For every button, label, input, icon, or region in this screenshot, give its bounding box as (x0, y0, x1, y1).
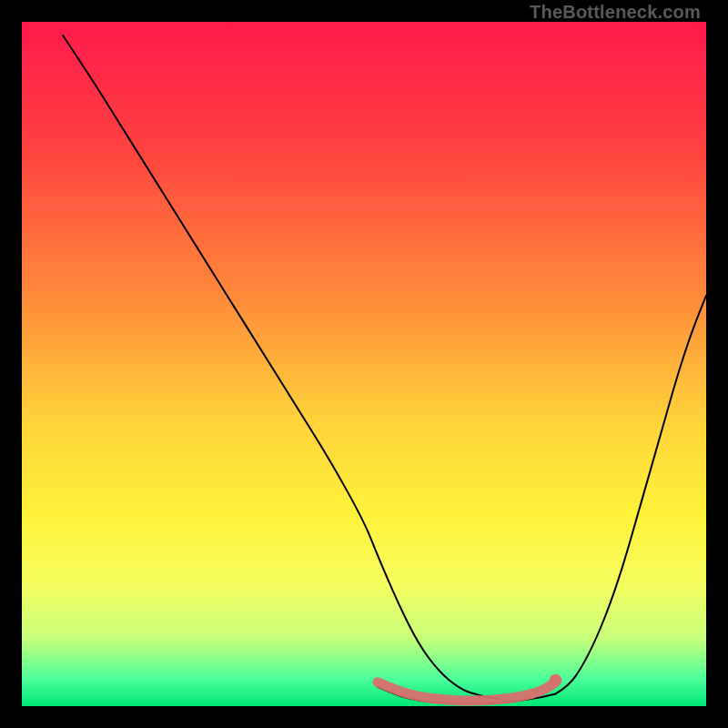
gradient-background (22, 22, 706, 706)
watermark-text: TheBottleneck.com (530, 2, 701, 23)
bottleneck-chart (22, 22, 706, 706)
optimal-end-dot (550, 674, 562, 687)
chart-frame (22, 22, 706, 706)
